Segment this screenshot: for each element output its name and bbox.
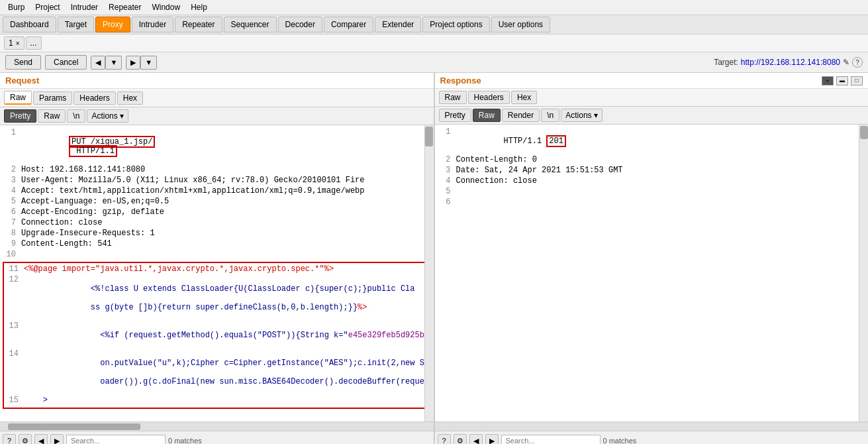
request-view-pretty[interactable]: Pretty: [4, 109, 36, 123]
response-tab-hex[interactable]: Hex: [511, 91, 537, 104]
bottom-prev-icon-left[interactable]: ◀: [34, 434, 48, 444]
request-tab-hex[interactable]: Hex: [117, 91, 143, 105]
request-line-9: 9 Content-Length: 541: [3, 239, 431, 250]
response-line-1: 1 HTTP/1.1 201: [438, 127, 866, 155]
menu-help[interactable]: Help: [185, 1, 213, 13]
response-line-5: 5: [438, 187, 866, 197]
full-bottom-bar: ? ⚙ ◀ ▶ 0 matches ? ⚙ ◀ ▶ 0 matches: [0, 431, 868, 444]
request-tab-row: Raw Params Headers Hex: [0, 89, 434, 107]
request-hscroll-thumb[interactable]: [8, 423, 140, 430]
bottom-prev-icon-right[interactable]: ◀: [469, 434, 483, 444]
request-line-11: 11 <%@page import="java.util.*,javax.cry…: [5, 264, 428, 275]
matches-right: 0 matches: [603, 437, 637, 444]
request-tab-headers[interactable]: Headers: [73, 91, 115, 105]
tab-target[interactable]: Target: [58, 17, 94, 32]
edit-icon[interactable]: ✎: [843, 58, 849, 67]
tab-extender[interactable]: Extender: [375, 17, 421, 32]
line1-highlight-2: HTTP/1.1: [69, 145, 117, 157]
tab-user-options[interactable]: User options: [491, 17, 550, 32]
tab-sequencer[interactable]: Sequencer: [224, 17, 277, 32]
response-vscroll-thumb[interactable]: [860, 126, 868, 139]
response-view-nl[interactable]: \n: [541, 109, 559, 122]
next-drop-button[interactable]: ▼: [140, 56, 157, 70]
menu-repeater[interactable]: Repeater: [103, 1, 146, 13]
tab-dashboard[interactable]: Dashboard: [3, 17, 56, 32]
response-status-highlight: 201: [546, 135, 566, 147]
request-line-2: 2 Host: 192.168.112.141:8080: [3, 165, 431, 176]
menu-burp[interactable]: Burp: [3, 1, 30, 13]
request-hscroll[interactable]: [0, 421, 434, 431]
request-line-15: 15 >: [5, 396, 428, 406]
response-line-3: 3 Date: Sat, 24 Apr 2021 15:51:53 GMT: [438, 166, 866, 176]
bottom-left: ? ⚙ ◀ ▶ 0 matches: [0, 431, 435, 444]
request-line-12: 12 <%!class U extends ClassLoader{U(Clas…: [5, 275, 428, 321]
bottom-help-icon-left[interactable]: ?: [3, 434, 16, 444]
request-line-8: 8 Upgrade-Insecure-Requests: 1: [3, 229, 431, 239]
next-button[interactable]: ▶: [126, 56, 140, 70]
response-hscroll[interactable]: [435, 421, 869, 431]
prev-drop-button[interactable]: ▼: [105, 56, 122, 70]
prev-button[interactable]: ◀: [91, 56, 105, 70]
tab-1-label: 1: [9, 38, 13, 48]
cancel-button[interactable]: Cancel: [45, 55, 87, 70]
response-view-render[interactable]: Render: [502, 109, 540, 122]
bottom-right: ? ⚙ ◀ ▶ 0 matches: [435, 431, 869, 444]
target-url: http://192.168.112.141:8080: [741, 58, 840, 67]
request-highlight-block: 11 <%@page import="java.util.*,javax.cry…: [3, 262, 431, 409]
request-vscroll-thumb[interactable]: [425, 127, 433, 146]
tab-1[interactable]: 1 ×: [4, 36, 24, 50]
response-view-pretty[interactable]: Pretty: [439, 109, 471, 122]
tab-1-close[interactable]: ×: [16, 40, 20, 47]
response-btn-split-v[interactable]: ▪: [822, 76, 834, 85]
response-btn-split-h[interactable]: ▬: [836, 76, 848, 85]
matches-left: 0 matches: [168, 437, 202, 444]
tab-decoder[interactable]: Decoder: [278, 17, 322, 32]
tab-dots[interactable]: ...: [26, 36, 42, 50]
request-line-14: 14 on.putValue("u",k);Cipher c=Cipher.ge…: [5, 349, 428, 396]
response-actions-dropdown[interactable]: Actions ▾: [561, 109, 603, 122]
menu-project[interactable]: Project: [30, 1, 65, 13]
response-line-6: 6: [438, 197, 866, 208]
menu-window[interactable]: Window: [146, 1, 185, 13]
menu-intruder[interactable]: Intruder: [66, 1, 103, 13]
response-view-buttons: ▪ ▬ □: [822, 76, 863, 85]
response-view-raw[interactable]: Raw: [473, 109, 501, 122]
tab-repeater[interactable]: Repeater: [175, 17, 222, 32]
search-input-right[interactable]: [501, 435, 601, 444]
tab-comparer[interactable]: Comparer: [324, 17, 373, 32]
main-tab-bar: Dashboard Target Proxy Intruder Repeater…: [0, 15, 868, 34]
response-header: Response ▪ ▬ □: [435, 73, 869, 89]
response-pane: Response ▪ ▬ □ Raw Headers Hex Pretty Ra…: [435, 73, 869, 431]
bottom-settings-icon-left[interactable]: ⚙: [19, 434, 32, 444]
request-line-1: 1 PUT /xigua_1.jsp/ HTTP/1.1: [3, 128, 431, 165]
num-tab-row: 1 × ...: [0, 34, 868, 52]
response-vscroll[interactable]: [859, 125, 868, 421]
response-tab-headers[interactable]: Headers: [468, 91, 510, 104]
tab-intruder[interactable]: Intruder: [132, 17, 173, 32]
help-icon[interactable]: ?: [852, 57, 863, 68]
send-button[interactable]: Send: [5, 55, 41, 70]
bottom-settings-icon-right[interactable]: ⚙: [454, 434, 467, 444]
request-tab-raw[interactable]: Raw: [4, 91, 32, 105]
request-tab-params[interactable]: Params: [33, 91, 72, 105]
bottom-next-icon-left[interactable]: ▶: [50, 434, 64, 444]
request-line-3: 3 User-Agent: Mozilla/5.0 (X11; Linux x8…: [3, 176, 431, 186]
response-tab-raw[interactable]: Raw: [439, 91, 467, 104]
tab-proxy[interactable]: Proxy: [95, 17, 130, 32]
request-pane: Request Raw Params Headers Hex Pretty Ra…: [0, 73, 435, 431]
response-view-tabs: Pretty Raw Render \n Actions ▾: [435, 107, 869, 125]
tab-project-options[interactable]: Project options: [422, 17, 489, 32]
bottom-next-icon-right[interactable]: ▶: [485, 434, 499, 444]
request-actions-dropdown[interactable]: Actions ▾: [87, 109, 128, 123]
request-vscroll[interactable]: [424, 125, 434, 421]
response-code-area[interactable]: 1 HTTP/1.1 201 2 Content-Length: 0 3 Dat…: [435, 125, 869, 421]
request-view-nl[interactable]: \n: [67, 109, 85, 123]
request-view-raw[interactable]: Raw: [38, 109, 66, 123]
bottom-help-icon-right[interactable]: ?: [438, 434, 451, 444]
response-line-2: 2 Content-Length: 0: [438, 155, 866, 166]
request-code-area[interactable]: 1 PUT /xigua_1.jsp/ HTTP/1.1 2 Host: 192…: [0, 125, 434, 421]
response-btn-solo[interactable]: □: [851, 76, 863, 85]
request-line-5: 5 Accept-Language: en-US,en;q=0.5: [3, 197, 431, 207]
request-header: Request: [0, 73, 434, 89]
search-input-left[interactable]: [66, 435, 166, 444]
